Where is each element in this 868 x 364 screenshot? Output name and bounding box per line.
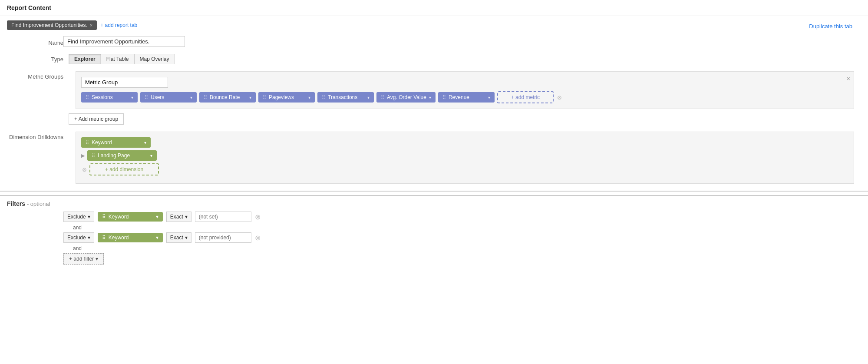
dimension-area: ⠿ Keyword ▾ ▶ ⠿ Landing Page ▾ ⊗	[76, 132, 854, 184]
pageviews-dropdown-icon[interactable]: ▾	[308, 95, 310, 100]
metrics-row: ⠿ Sessions ▾ ⠿ Users ▾ ⠿ Bounce Rate ▾	[81, 91, 848, 103]
filter-2-dimension-pill[interactable]: ⠿ Keyword ▾	[98, 233, 163, 242]
add-filter-button[interactable]: + add filter ▾	[63, 253, 104, 265]
filter-2-exclude-arrow: ▾	[88, 235, 90, 241]
filter-1-match-arrow: ▾	[185, 214, 188, 220]
add-filter-row: + add filter ▾	[63, 253, 861, 265]
report-content-title: Report Content	[0, 0, 868, 14]
filter-1-match-label: Exact	[170, 214, 183, 220]
type-row: Type Explorer Flat Table Map Overlay	[0, 50, 868, 68]
type-explorer-btn[interactable]: Explorer	[69, 54, 101, 64]
transactions-dropdown-icon[interactable]: ▾	[367, 95, 370, 100]
dimension-pill-landing-page[interactable]: ⠿ Landing Page ▾	[87, 150, 157, 161]
metric-pill-revenue[interactable]: ⠿ Revenue ▾	[438, 92, 495, 103]
name-row: Name	[0, 33, 868, 50]
metric-bounce-rate-label: Bounce Rate	[210, 94, 240, 100]
add-dimension-row: ⊗ + add dimension	[81, 163, 848, 175]
metric-group-close-icon[interactable]: ×	[847, 75, 850, 82]
landing-page-chevron-icon[interactable]: ▶	[81, 153, 85, 159]
filter-1-exclude-label: Exclude	[67, 214, 86, 220]
filter-1-dimension-label: Keyword	[109, 214, 129, 220]
name-label: Name	[7, 37, 63, 46]
bounce-rate-dropdown-icon[interactable]: ▾	[249, 95, 251, 100]
add-report-tab-link[interactable]: + add report tab	[100, 22, 137, 28]
add-metric-group-button[interactable]: + Add metric group	[69, 113, 124, 125]
filter-2-value-input[interactable]	[195, 232, 251, 243]
filter-row-1: Exclude ▾ ⠿ Keyword ▾ Exact ▾ ⊗	[63, 212, 861, 222]
dimension-content: ⠿ Keyword ▾ ▶ ⠿ Landing Page ▾ ⊗	[69, 132, 861, 184]
metric-pill-users[interactable]: ⠿ Users ▾	[140, 92, 197, 103]
name-input[interactable]	[63, 36, 185, 47]
type-buttons: Explorer Flat Table Map Overlay	[69, 54, 175, 64]
keyword-dropdown-icon[interactable]: ▾	[144, 140, 146, 145]
metric-pill-transactions[interactable]: ⠿ Transactions ▾	[317, 92, 374, 103]
filters-label: Filters	[7, 200, 25, 207]
drag-handle-icon: ⠿	[145, 95, 148, 100]
add-filter-arrow: ▾	[96, 256, 98, 262]
drag-handle-icon: ⠿	[102, 214, 106, 220]
drag-handle-icon: ⠿	[92, 153, 95, 159]
filter-2-match-label: Exact	[170, 235, 183, 241]
filters-section: Filters - optional Exclude ▾ ⠿ Keyword ▾…	[0, 195, 868, 271]
metric-transactions-label: Transactions	[328, 94, 357, 100]
filter-1-remove-icon[interactable]: ⊗	[255, 213, 261, 221]
type-label: Type	[7, 54, 63, 63]
filter-1-exclude-select[interactable]: Exclude ▾	[63, 212, 94, 222]
drag-handle-icon: ⠿	[263, 95, 266, 100]
dimension-row-landing-page: ▶ ⠿ Landing Page ▾	[81, 150, 848, 161]
filter-2-remove-icon[interactable]: ⊗	[255, 234, 261, 242]
remove-metric-group-icon[interactable]: ⊗	[557, 94, 562, 101]
add-metric-pill[interactable]: + add metric	[497, 91, 554, 103]
filter-1-exclude-arrow: ▾	[88, 214, 90, 220]
metric-pill-avg-order[interactable]: ⠿ Avg. Order Value ▾	[376, 92, 436, 103]
dimension-row-keyword: ⠿ Keyword ▾	[81, 137, 848, 148]
metric-avg-order-label: Avg. Order Value	[387, 94, 426, 100]
remove-dimension-icon[interactable]: ⊗	[82, 166, 87, 173]
metric-group-name-input[interactable]	[81, 77, 168, 88]
page-container: Report Content Find Improvement Opportun…	[0, 0, 868, 364]
type-map-overlay-btn[interactable]: Map Overlay	[134, 54, 175, 64]
drag-handle-icon: ⠿	[102, 235, 106, 241]
filter-2-exclude-select[interactable]: Exclude ▾	[63, 232, 94, 243]
type-flat-table-btn[interactable]: Flat Table	[101, 54, 134, 64]
filter-rows-container: Exclude ▾ ⠿ Keyword ▾ Exact ▾ ⊗ and	[7, 212, 861, 265]
metric-sessions-label: Sessions	[92, 94, 113, 100]
metric-pill-pageviews[interactable]: ⠿ Pageviews ▾	[258, 92, 315, 103]
drag-handle-icon: ⠿	[86, 140, 89, 146]
active-report-tab[interactable]: Find Improvement Opportunities. ×	[7, 20, 97, 30]
dimension-drilldowns-row: Dimension Drilldowns ⠿ Keyword ▾ ▶ ⠿ Lan	[0, 128, 868, 187]
metric-revenue-label: Revenue	[449, 94, 469, 100]
filters-title: Filters - optional	[7, 200, 861, 207]
avg-order-dropdown-icon[interactable]: ▾	[429, 95, 431, 100]
filter-2-match-select[interactable]: Exact ▾	[166, 232, 191, 243]
close-tab-icon[interactable]: ×	[90, 23, 92, 28]
revenue-dropdown-icon[interactable]: ▾	[488, 95, 490, 100]
metric-groups-area: × ⠿ Sessions ▾ ⠿ Users ▾	[76, 71, 854, 109]
drag-handle-icon: ⠿	[442, 95, 446, 100]
add-dimension-pill[interactable]: + add dimension	[89, 163, 159, 175]
duplicate-tab-link[interactable]: Duplicate this tab	[809, 21, 861, 30]
filter-1-value-input[interactable]	[195, 212, 251, 222]
drag-handle-icon: ⠿	[204, 95, 207, 100]
drag-handle-icon: ⠿	[322, 95, 325, 100]
landing-page-dropdown-icon[interactable]: ▾	[150, 153, 152, 158]
metric-groups-row: Metric Groups × ⠿ Sessions ▾ ⠿ Users	[0, 68, 868, 128]
filter-1-dimension-pill[interactable]: ⠿ Keyword ▾	[98, 212, 163, 222]
filter-1-dimension-arrow[interactable]: ▾	[156, 214, 158, 220]
filter-1-match-select[interactable]: Exact ▾	[166, 212, 191, 222]
dimension-landing-page-label: Landing Page	[98, 152, 130, 159]
filters-optional-label: - optional	[27, 201, 50, 207]
dimension-keyword-label: Keyword	[92, 139, 112, 146]
metric-pill-sessions[interactable]: ⠿ Sessions ▾	[81, 92, 138, 103]
metric-pill-bounce-rate[interactable]: ⠿ Bounce Rate ▾	[199, 92, 256, 103]
sessions-dropdown-icon[interactable]: ▾	[131, 95, 133, 100]
users-dropdown-icon[interactable]: ▾	[190, 95, 192, 100]
filter-and-2: and	[63, 245, 85, 251]
metric-groups-content: × ⠿ Sessions ▾ ⠿ Users ▾	[69, 71, 861, 125]
filter-2-dimension-arrow[interactable]: ▾	[156, 235, 158, 241]
filter-and-1: and	[63, 225, 85, 231]
metric-groups-label: Metric Groups	[7, 71, 63, 80]
dimension-pill-keyword[interactable]: ⠿ Keyword ▾	[81, 137, 151, 148]
filter-2-dimension-label: Keyword	[109, 235, 129, 241]
filter-2-exclude-label: Exclude	[67, 235, 86, 241]
